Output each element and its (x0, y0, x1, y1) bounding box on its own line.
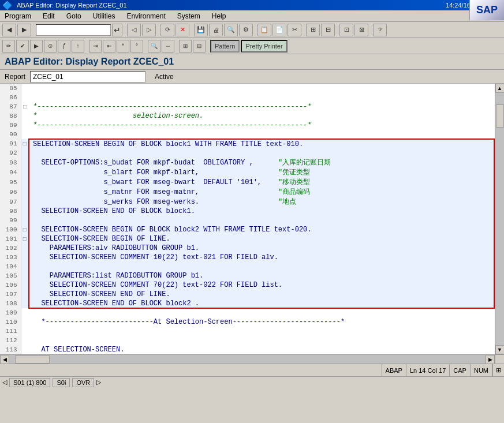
code-line[interactable]: *---------------------------------------… (31, 121, 494, 130)
code-line[interactable] (31, 216, 494, 225)
code-line[interactable]: s_matnr FOR mseg-matnr, "商品编码 (31, 187, 494, 197)
scrollbar-horizontal[interactable]: ◀ ▶ (0, 354, 495, 364)
fold-indicator[interactable]: □ (21, 234, 29, 244)
scroll-track-v[interactable] (495, 93, 504, 345)
uncomment-icon[interactable]: ° (130, 40, 143, 53)
fold-indicator[interactable] (21, 121, 29, 130)
cut-icon[interactable]: ✂ (288, 24, 301, 36)
edit-icon[interactable]: ✏ (2, 40, 15, 53)
menu-edit[interactable]: Edit (40, 11, 57, 21)
code-line[interactable] (31, 327, 494, 336)
menu-program[interactable]: Program (2, 11, 33, 21)
code-line[interactable]: PARAMETERS:list RADIOBUTTON GROUP b1. (31, 271, 494, 280)
code-line[interactable]: s_werks FOR mseg-werks. "地点 (31, 197, 494, 207)
code-line[interactable] (31, 130, 494, 139)
code-line[interactable]: SELECT-OPTIONS:s_budat FOR mkpf-budat OB… (31, 158, 494, 167)
scroll-up-button[interactable]: ▲ (495, 84, 505, 93)
fold-indicator[interactable]: □ (21, 102, 29, 111)
fold-indicator[interactable] (21, 216, 29, 225)
code-line[interactable]: SELECTION-SCREEN COMMENT 70(22) text-022… (31, 280, 494, 290)
fold-indicator[interactable] (21, 262, 29, 271)
scroll-track-h[interactable] (9, 355, 486, 364)
stop-button[interactable]: ✕ (176, 24, 189, 36)
fold-indicator[interactable] (21, 336, 29, 345)
check-icon[interactable]: ✔ (16, 40, 29, 53)
nav-prev-icon[interactable]: ◁ (2, 379, 7, 386)
code-line[interactable]: SELECTION-SCREEN BEGIN OF BLOCK block1 W… (31, 139, 494, 148)
fold-indicator[interactable] (21, 167, 29, 177)
scrollbar-vertical[interactable]: ▲ ▼ (495, 84, 504, 354)
expand2-icon[interactable]: ⊞ (179, 40, 192, 53)
fold-indicator[interactable] (21, 177, 29, 187)
settings-icon[interactable]: ⚙ (239, 24, 253, 36)
fold-indicator[interactable] (21, 207, 29, 216)
code-line[interactable]: SELECTION-SCREEN BEGIN OF LINE. (31, 234, 494, 244)
copy-icon[interactable]: 📋 (257, 24, 271, 36)
expand-icon[interactable]: ⊡ (339, 24, 353, 36)
code-line[interactable]: *---------------------------------------… (31, 102, 494, 111)
fold-indicator[interactable] (21, 271, 29, 280)
forward-button[interactable]: ▶ (17, 24, 31, 36)
layout-icon[interactable]: ⊠ (354, 24, 368, 36)
fold-indicator[interactable] (21, 93, 29, 102)
code-line[interactable]: AT SELECTION-SCREEN. (31, 345, 494, 354)
code-line[interactable] (31, 308, 494, 317)
code-line[interactable]: SELECTION-SCREEN COMMENT 10(22) text-021… (31, 253, 494, 262)
scroll-down-button[interactable]: ▼ (495, 345, 505, 354)
nav-next-icon[interactable]: ▷ (96, 379, 101, 386)
scroll-left-button[interactable]: ◀ (0, 355, 9, 364)
fold-indicator[interactable] (21, 308, 29, 317)
grid-icon[interactable]: ⊞ (306, 24, 320, 36)
status-icon[interactable]: ⊞ (492, 364, 504, 376)
scroll-right-button[interactable]: ▶ (486, 355, 495, 364)
code-line[interactable]: * selection-screen. (31, 111, 494, 121)
refresh-button[interactable]: ⟳ (160, 24, 174, 36)
activate-icon[interactable]: ▶ (30, 40, 43, 53)
fold-indicator[interactable]: □ (21, 225, 29, 234)
scroll-thumb-h[interactable] (15, 355, 50, 364)
where-used-icon[interactable]: ⊙ (44, 40, 57, 53)
menu-goto[interactable]: Goto (64, 11, 84, 21)
print-icon[interactable]: 🖨 (209, 24, 223, 36)
code-line[interactable] (31, 84, 494, 93)
code-line[interactable] (31, 148, 494, 158)
back-button[interactable]: ◀ (2, 24, 16, 36)
pretty-printer-button[interactable]: Pretty Printer (241, 40, 287, 53)
fold-indicator[interactable] (21, 130, 29, 139)
help-icon[interactable]: ? (373, 24, 387, 36)
fold-indicator[interactable] (21, 244, 29, 253)
paste-icon[interactable]: 📄 (272, 24, 286, 36)
scroll-thumb-v[interactable] (496, 104, 504, 128)
fold-indicator[interactable] (21, 158, 29, 167)
save-icon[interactable]: 💾 (194, 24, 208, 36)
code-line[interactable]: s_bwart FOR mseg-bwart DEFAULT '101', "移… (31, 177, 494, 187)
code-area[interactable]: 858687□*--------------------------------… (0, 84, 495, 354)
code-line[interactable]: s_blart FOR mkpf-blart, "凭证类型 (31, 167, 494, 177)
unindent-icon[interactable]: ⇤ (103, 40, 115, 53)
pattern-button[interactable]: Pattern (210, 40, 240, 53)
fold-indicator[interactable] (21, 299, 29, 308)
fold-indicator[interactable] (21, 148, 29, 158)
fold-indicator[interactable] (21, 345, 29, 354)
find-icon[interactable]: 🔍 (224, 24, 238, 36)
upload-icon[interactable]: ↑ (72, 40, 84, 53)
code-line[interactable] (31, 336, 494, 345)
nav-back[interactable]: ◁ (127, 24, 141, 36)
fold-indicator[interactable] (21, 290, 29, 299)
nav-forward[interactable]: ▷ (142, 24, 156, 36)
fold-indicator[interactable] (21, 253, 29, 262)
search2-icon[interactable]: 🔍 (148, 40, 160, 53)
fold-indicator[interactable] (21, 280, 29, 290)
code-line[interactable]: SELECTION-SCREEN END OF BLOCK block1. (31, 207, 494, 216)
fold-indicator[interactable] (21, 84, 29, 93)
menu-system[interactable]: System (175, 11, 203, 21)
fold-indicator[interactable] (21, 317, 29, 327)
code-line[interactable]: SELECTION-SCREEN END OF BLOCK block2 . (31, 299, 494, 308)
code-line[interactable]: SELECTION-SCREEN BEGIN OF BLOCK block2 W… (31, 225, 494, 234)
fold-indicator[interactable] (21, 197, 29, 207)
code-line[interactable]: PARAMETERS:alv RADIOBUTTON GROUP b1. (31, 244, 494, 253)
code-line[interactable]: SELECTION-SCREEN END OF LINE. (31, 290, 494, 299)
code-line[interactable] (31, 93, 494, 102)
replace-icon[interactable]: ↔ (162, 40, 174, 53)
table-icon[interactable]: ⊟ (321, 24, 335, 36)
